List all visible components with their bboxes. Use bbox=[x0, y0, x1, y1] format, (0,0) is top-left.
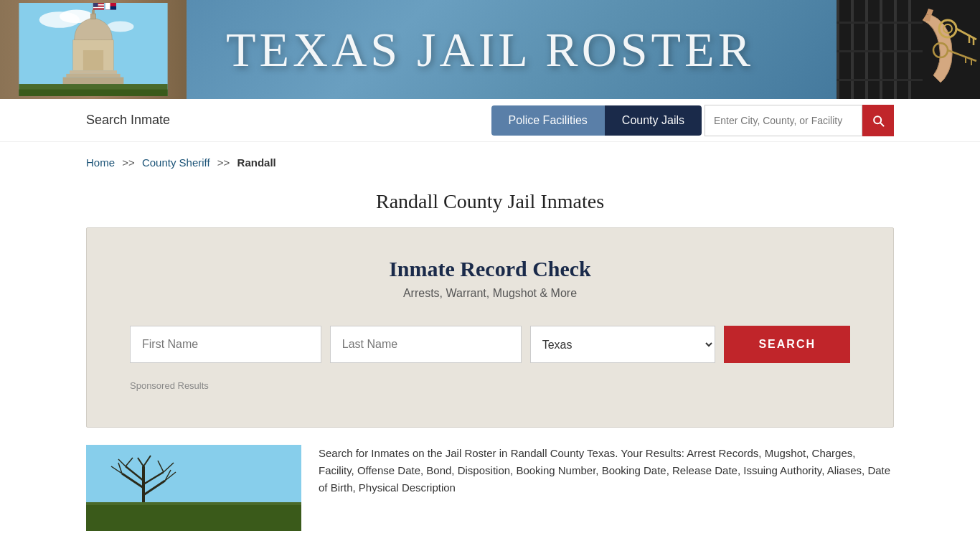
record-check-subtitle: Arrests, Warrant, Mugshot & More bbox=[130, 287, 850, 300]
svg-rect-36 bbox=[837, 50, 923, 52]
search-inmate-label: Search Inmate bbox=[86, 113, 170, 128]
header-image-left bbox=[0, 0, 187, 99]
breadcrumb-current: Randall bbox=[237, 156, 276, 169]
county-jails-button[interactable]: County Jails bbox=[605, 105, 702, 136]
svg-rect-27 bbox=[19, 90, 167, 96]
record-check-title: Inmate Record Check bbox=[130, 257, 850, 281]
first-name-input[interactable] bbox=[130, 326, 321, 363]
svg-rect-13 bbox=[93, 3, 98, 7]
nav-buttons: Police Facilities County Jails bbox=[491, 105, 894, 136]
svg-rect-33 bbox=[894, 0, 897, 99]
svg-rect-30 bbox=[851, 0, 854, 99]
header-title: Texas Jail Roster bbox=[226, 22, 754, 78]
breadcrumb: Home >> County Sheriff >> Randall bbox=[0, 142, 980, 183]
svg-rect-31 bbox=[865, 0, 868, 99]
svg-rect-23 bbox=[70, 70, 117, 74]
svg-rect-34 bbox=[908, 0, 911, 99]
state-select[interactable]: AlabamaAlaskaArizonaArkansasCaliforniaCo… bbox=[530, 326, 716, 363]
svg-rect-35 bbox=[837, 22, 923, 24]
page-title: Randall County Jail Inmates bbox=[0, 190, 980, 213]
bottom-section: Search for Inmates on the Jail Roster in… bbox=[0, 445, 980, 531]
svg-rect-24 bbox=[66, 74, 120, 77]
svg-rect-6 bbox=[92, 9, 95, 14]
breadcrumb-county-sheriff[interactable]: County Sheriff bbox=[142, 156, 210, 169]
facility-search-button[interactable] bbox=[862, 105, 894, 136]
svg-rect-11 bbox=[93, 7, 104, 9]
facility-search-input[interactable] bbox=[705, 105, 862, 136]
record-check-form: AlabamaAlaskaArizonaArkansasCaliforniaCo… bbox=[130, 326, 850, 363]
nav-search-box bbox=[705, 105, 894, 136]
svg-rect-47 bbox=[86, 445, 301, 502]
svg-rect-5 bbox=[90, 14, 96, 19]
bottom-description: Search for Inmates on the Jail Roster in… bbox=[319, 445, 894, 531]
svg-rect-32 bbox=[880, 0, 882, 99]
svg-point-3 bbox=[107, 21, 134, 32]
header-image-right bbox=[837, 0, 980, 99]
bottom-image bbox=[86, 445, 301, 531]
breadcrumb-separator-2: >> bbox=[217, 156, 230, 169]
svg-rect-29 bbox=[837, 0, 839, 99]
svg-rect-65 bbox=[86, 505, 301, 531]
nav-bar: Search Inmate Police Facilities County J… bbox=[0, 99, 980, 142]
sponsored-results-label: Sponsored Results bbox=[130, 380, 850, 391]
svg-rect-12 bbox=[93, 9, 104, 10]
police-facilities-button[interactable]: Police Facilities bbox=[491, 105, 605, 136]
svg-rect-22 bbox=[83, 50, 103, 70]
svg-rect-25 bbox=[63, 77, 124, 84]
header-banner: Texas Jail Roster bbox=[0, 0, 980, 99]
svg-rect-37 bbox=[837, 79, 923, 81]
breadcrumb-home[interactable]: Home bbox=[86, 156, 115, 169]
breadcrumb-separator-1: >> bbox=[122, 156, 135, 169]
search-icon bbox=[871, 113, 885, 128]
record-check-container: Inmate Record Check Arrests, Warrant, Mu… bbox=[86, 227, 894, 428]
svg-rect-16 bbox=[105, 3, 110, 9]
last-name-input[interactable] bbox=[330, 326, 522, 363]
record-search-button[interactable]: SEARCH bbox=[724, 326, 850, 363]
